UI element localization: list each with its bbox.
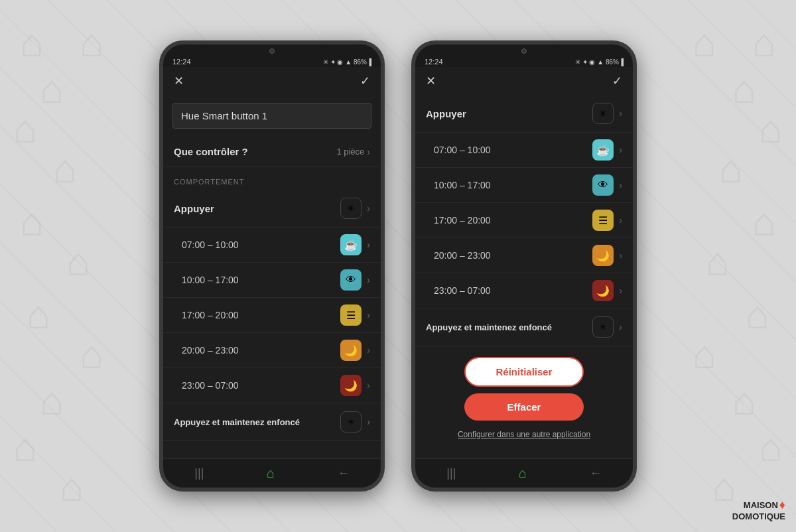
appuyez-maintenu-chevron-left: › xyxy=(367,417,370,427)
time-label-1-right: 10:00 – 17:00 xyxy=(434,180,491,190)
que-controler-label: Que contrôler ? xyxy=(174,146,248,157)
brand-maison: MAISON xyxy=(744,501,778,510)
time-row-2-left[interactable]: 17:00 – 20:00 ☰ › xyxy=(163,298,381,333)
appuyer-right-right: ✳ › xyxy=(592,103,622,124)
time-row-0-right[interactable]: 07:00 – 10:00 ☕ › xyxy=(415,133,633,168)
camera-right xyxy=(521,48,527,54)
nav-menu-left[interactable]: ||| xyxy=(194,466,204,480)
nav-back-right[interactable]: ← xyxy=(590,466,602,480)
phone-right: 12:24 ✳ ✦ ◉ ▲ 86%▐ ✕ ✓ Appuyer ✳ › 07:00… xyxy=(411,40,637,492)
time-icon-0-left: ☕ xyxy=(340,234,362,255)
time-icon-3-left: 🌙 xyxy=(340,340,362,361)
phone-nav-left: ||| ⌂ ← xyxy=(163,458,381,488)
time-row-2-right[interactable]: 17:00 – 20:00 ☰ › xyxy=(415,203,633,238)
brand-et: ♦ xyxy=(779,499,785,512)
phone-top-bar-left xyxy=(163,44,381,56)
appuyez-maintenu-right-left: ✳ › xyxy=(340,411,370,432)
nav-menu-right[interactable]: ||| xyxy=(446,466,456,480)
time-icon-2-right: ☰ xyxy=(592,210,614,231)
time-chevron-3-left: › xyxy=(367,345,370,356)
time-icon-1-left: 👁 xyxy=(340,269,362,291)
time-label-3-right: 20:00 – 23:00 xyxy=(434,250,491,261)
time-label-4-left: 23:00 – 07:00 xyxy=(182,380,239,391)
nav-home-right[interactable]: ⌂ xyxy=(519,466,527,481)
background-decoration: ⌂ ⌂ ⌂ ⌂ ⌂ ⌂ ⌂ ⌂ ⌂ ⌂ ⌂ ⌂ ⌂ ⌂ ⌂ ⌂ ⌂ ⌂ ⌂ ⌂ … xyxy=(0,0,796,532)
appuyer-chevron-right: › xyxy=(619,108,622,119)
brand-logo: MAISON ♦ DOMOTIQUE xyxy=(732,499,785,521)
status-bar-right: 12:24 ✳ ✦ ◉ ▲ 86%▐ xyxy=(415,56,633,67)
close-icon-right[interactable]: ✕ xyxy=(426,74,436,88)
appuyez-maintenu-icon-right: ✳ xyxy=(592,316,614,338)
time-label-1-left: 10:00 – 17:00 xyxy=(182,275,239,285)
time-right-4-right: 🌙 › xyxy=(592,280,622,301)
time-row-3-right[interactable]: 20:00 – 23:00 🌙 › xyxy=(415,238,633,273)
time-chevron-0-right: › xyxy=(619,145,622,155)
time-label-0-left: 07:00 – 10:00 xyxy=(182,239,239,250)
time-label-3-left: 20:00 – 23:00 xyxy=(182,345,239,356)
time-chevron-2-right: › xyxy=(619,215,622,226)
time-label-2-left: 17:00 – 20:00 xyxy=(182,310,239,320)
time-chevron-4-left: › xyxy=(367,380,370,391)
check-icon-left[interactable]: ✓ xyxy=(360,74,370,88)
time-row-1-left[interactable]: 10:00 – 17:00 👁 › xyxy=(163,263,381,298)
que-controler-chevron: › xyxy=(367,147,370,157)
status-icons-right: ✳ ✦ ◉ ▲ 86%▐ xyxy=(575,58,624,66)
phone-header-left: ✕ ✓ xyxy=(163,67,381,95)
appuyer-row-right[interactable]: Appuyer ✳ › xyxy=(415,95,633,133)
time-chevron-2-left: › xyxy=(367,310,370,320)
effacer-button[interactable]: Effacer xyxy=(464,393,584,421)
appuyer-chevron-left: › xyxy=(367,203,370,214)
time-row-0-left[interactable]: 07:00 – 10:00 ☕ › xyxy=(163,228,381,263)
time-row-4-right[interactable]: 23:00 – 07:00 🌙 › xyxy=(415,273,633,308)
que-controler-row[interactable]: Que contrôler ? 1 pièce › xyxy=(163,137,381,167)
appuyez-maintenu-label-left: Appuyez et maintenez enfoncé xyxy=(174,417,300,427)
appuyez-maintenu-chevron-right: › xyxy=(619,322,622,332)
time-chevron-3-right: › xyxy=(619,250,622,261)
time-label-4-right: 23:00 – 07:00 xyxy=(434,285,491,296)
phone-left: 12:24 ✳ ✦ ◉ ▲ 86%▐ ✕ ✓ Hue Smart button … xyxy=(159,40,385,492)
time-right-1-left: 👁 › xyxy=(340,269,370,291)
time-icon-4-right: 🌙 xyxy=(592,280,614,301)
time-label-2-right: 17:00 – 20:00 xyxy=(434,215,491,226)
check-icon-right[interactable]: ✓ xyxy=(612,74,622,88)
status-time-right: 12:24 xyxy=(425,58,443,66)
time-label-0-right: 07:00 – 10:00 xyxy=(434,145,491,155)
time-chevron-1-right: › xyxy=(619,180,622,190)
time-right-4-left: 🌙 › xyxy=(340,375,370,396)
nav-back-left[interactable]: ← xyxy=(338,466,350,480)
time-icon-2-left: ☰ xyxy=(340,304,362,326)
time-icon-4-left: 🌙 xyxy=(340,375,362,396)
phone-content-left: Hue Smart button 1 Que contrôler ? 1 piè… xyxy=(163,95,381,458)
config-link[interactable]: Configurer dans une autre application xyxy=(458,430,590,439)
time-row-3-left[interactable]: 20:00 – 23:00 🌙 › xyxy=(163,333,381,368)
appuyer-label-right: Appuyer xyxy=(426,108,466,119)
time-right-2-right: ☰ › xyxy=(592,210,622,231)
section-title-comportement: COMPORTEMENT xyxy=(163,167,381,190)
time-right-3-left: 🌙 › xyxy=(340,340,370,361)
close-icon-left[interactable]: ✕ xyxy=(174,74,184,88)
phone-nav-right: ||| ⌂ ← xyxy=(415,458,633,488)
phone-header-right: ✕ ✓ xyxy=(415,67,633,95)
appuyer-label-left: Appuyer xyxy=(174,203,214,214)
appuyer-icon-right: ✳ xyxy=(592,103,614,124)
time-row-1-right[interactable]: 10:00 – 17:00 👁 › xyxy=(415,168,633,203)
phone-top-bar-right xyxy=(415,44,633,56)
reinitialiser-button[interactable]: Réinitialiser xyxy=(464,357,584,387)
appuyez-maintenu-label-right: Appuyez et maintenez enfoncé xyxy=(426,322,552,332)
appuyez-maintenu-row-left[interactable]: Appuyez et maintenez enfoncé ✳ › xyxy=(163,403,381,441)
device-name-input[interactable]: Hue Smart button 1 xyxy=(172,103,371,129)
time-chevron-4-right: › xyxy=(619,285,622,296)
que-controler-value: 1 pièce xyxy=(336,147,364,157)
appuyez-maintenu-right-right: ✳ › xyxy=(592,316,622,338)
time-icon-0-right: ☕ xyxy=(592,139,614,161)
appuyer-right-left: ✳ › xyxy=(340,198,370,219)
time-chevron-0-left: › xyxy=(367,239,370,250)
nav-home-left[interactable]: ⌂ xyxy=(267,466,275,481)
phone-content-right: Appuyer ✳ › 07:00 – 10:00 ☕ › 10:00 – 17… xyxy=(415,95,633,458)
camera-left xyxy=(269,48,275,54)
appuyez-maintenu-row-right[interactable]: Appuyez et maintenez enfoncé ✳ › xyxy=(415,308,633,346)
appuyez-maintenu-icon-left: ✳ xyxy=(340,411,362,432)
appuyer-row-left[interactable]: Appuyer ✳ › xyxy=(163,190,381,228)
time-row-4-left[interactable]: 23:00 – 07:00 🌙 › xyxy=(163,368,381,403)
appuyer-icon-left: ✳ xyxy=(340,198,362,219)
